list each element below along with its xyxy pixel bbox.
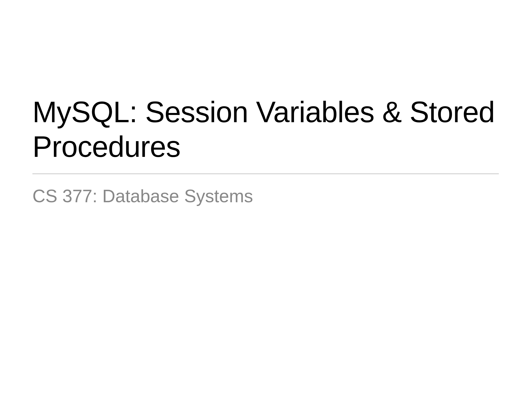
title-divider — [32, 174, 499, 174]
slide-subtitle: CS 377: Database Systems — [32, 185, 500, 207]
slide-container: MySQL: Session Variables & Stored Proced… — [0, 0, 532, 399]
slide-title: MySQL: Session Variables & Stored Proced… — [32, 95, 500, 164]
